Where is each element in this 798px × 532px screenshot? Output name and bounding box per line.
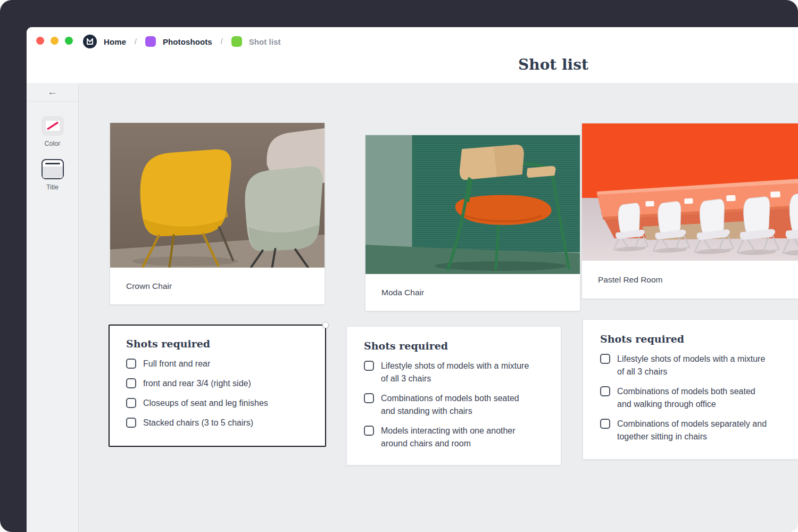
checkbox-unchecked[interactable] xyxy=(126,398,136,408)
image-card-caption: Crown Chair xyxy=(110,268,325,304)
image-card-moda-chair[interactable]: Moda Chair xyxy=(365,135,580,311)
checklist-item-label: Full front and rear xyxy=(143,358,295,370)
resize-handle[interactable] xyxy=(322,322,329,328)
close-button[interactable] xyxy=(36,37,44,45)
checklist-item-label: Closeups of seat and leg finishes xyxy=(143,397,295,410)
checklist-card-pastel[interactable]: Shots required Lifestyle shots of models… xyxy=(583,319,798,460)
image-card-crown-chair[interactable]: Crown Chair xyxy=(110,122,325,305)
checkbox-unchecked[interactable] xyxy=(364,361,374,371)
pastel-red-room-photo xyxy=(582,123,798,261)
checkbox-unchecked[interactable] xyxy=(126,418,136,428)
app-window: Home / Photoshoots / Shot list Shot list… xyxy=(27,27,798,532)
breadcrumb-photoshoots[interactable]: Photoshoots xyxy=(163,37,212,46)
checklist-card-crown[interactable]: Shots required Full front and rear front… xyxy=(109,325,326,447)
checklist-title: Shots required xyxy=(364,340,546,352)
checkbox-unchecked[interactable] xyxy=(126,359,136,369)
crown-chair-photo xyxy=(110,123,325,268)
zoom-button[interactable] xyxy=(65,37,73,45)
board-canvas[interactable]: Crown Chair xyxy=(79,83,798,532)
image-card-caption: Moda Chair xyxy=(365,274,580,311)
checklist-item-label: Lifestyle shots of models with a mixture… xyxy=(381,360,533,385)
image-card-caption: Pastel Red Room xyxy=(582,261,798,298)
breadcrumb-separator: / xyxy=(219,37,225,46)
checkbox-unchecked[interactable] xyxy=(126,378,136,388)
checklist-item: Closeups of seat and leg finishes xyxy=(126,397,310,410)
breadcrumb-home[interactable]: Home xyxy=(104,37,126,46)
checklist-item: Combinations of models separately and to… xyxy=(600,418,783,443)
image-card-pastel-red-room[interactable]: Pastel Red Room xyxy=(581,123,798,299)
breadcrumb-shot-list: Shot list xyxy=(249,37,281,46)
title-tool-label: Title xyxy=(46,184,59,191)
checkbox-unchecked[interactable] xyxy=(600,354,610,364)
checklist-item-label: Stacked chairs (3 to 5 chairs) xyxy=(143,417,295,429)
tool-sidebar: ← Color Title xyxy=(27,83,79,532)
checklist-item-label: front and rear 3/4 (right side) xyxy=(143,377,295,390)
title-tool[interactable]: Title xyxy=(27,159,78,191)
checklist-item: Full front and rear xyxy=(126,358,310,370)
moda-chair-photo xyxy=(365,135,580,274)
traffic-lights xyxy=(36,37,73,45)
milanote-logo-icon[interactable] xyxy=(83,35,97,48)
checklist-item: Combinations of models both seated and s… xyxy=(364,392,546,418)
breadcrumb-separator: / xyxy=(133,37,138,46)
checklist-item: Stacked chairs (3 to 5 chairs) xyxy=(126,417,310,429)
checklist-item: Lifestyle shots of models with a mixture… xyxy=(600,353,783,378)
checklist-title: Shots required xyxy=(126,338,310,350)
title-tool-icon xyxy=(41,159,64,179)
color-tool-icon xyxy=(41,116,64,136)
back-arrow-icon: ← xyxy=(47,86,57,98)
board-icon[interactable] xyxy=(231,36,242,47)
checklist-item: front and rear 3/4 (right side) xyxy=(126,377,310,390)
board-title[interactable]: Shot list xyxy=(518,56,588,73)
checkbox-unchecked[interactable] xyxy=(364,426,374,436)
checklist-item-label: Combinations of models both seated and s… xyxy=(381,392,533,418)
checkbox-unchecked[interactable] xyxy=(600,419,610,429)
checkbox-unchecked[interactable] xyxy=(364,393,374,403)
checkbox-unchecked[interactable] xyxy=(600,386,610,396)
checklist-item-label: Combinations of models both seated and w… xyxy=(617,385,769,411)
checklist-item-label: Combinations of models separately and to… xyxy=(617,418,769,443)
breadcrumb: Home / Photoshoots / Shot list xyxy=(83,34,281,49)
minimize-button[interactable] xyxy=(51,37,59,45)
board-icon[interactable] xyxy=(145,36,156,47)
checklist-title: Shots required xyxy=(600,333,783,345)
checklist-item-label: Models interacting with one another arou… xyxy=(381,425,533,450)
color-tool-label: Color xyxy=(45,140,61,147)
header-bar: Home / Photoshoots / Shot list Shot list xyxy=(27,27,798,83)
checklist-item: Combinations of models both seated and w… xyxy=(600,385,783,411)
checklist-item-label: Lifestyle shots of models with a mixture… xyxy=(617,353,769,378)
checklist-item: Models interacting with one another arou… xyxy=(364,425,546,450)
color-tool[interactable]: Color xyxy=(27,116,78,147)
checklist-item: Lifestyle shots of models with a mixture… xyxy=(364,360,546,385)
checklist-card-moda[interactable]: Shots required Lifestyle shots of models… xyxy=(346,326,561,466)
collapse-sidebar-button[interactable]: ← xyxy=(27,83,78,102)
